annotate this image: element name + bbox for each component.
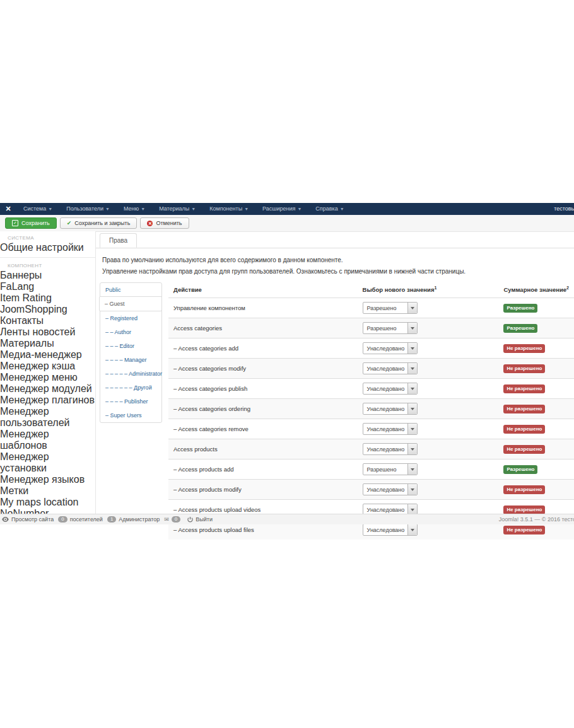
sidebar-item[interactable]: Менеджер установки <box>0 451 95 474</box>
chevron-down-icon <box>407 383 417 394</box>
group-tab[interactable]: – – – Editor <box>100 339 161 353</box>
tab-bar: Права <box>96 231 574 248</box>
nav-menu-item[interactable]: Меню▼ <box>117 203 152 215</box>
tab-rights[interactable]: Права <box>100 233 137 248</box>
status-badge: Разрешено <box>503 324 537 333</box>
table-row: – Access products add Разрешено Разрешен… <box>168 459 574 480</box>
sidebar-item[interactable]: My maps location <box>0 497 95 508</box>
action-label: Access products <box>168 439 358 459</box>
sidebar-item <box>0 257 95 258</box>
status-badge: Не разрешено <box>503 344 545 353</box>
caret-down-icon: ▼ <box>141 203 145 215</box>
permission-select[interactable]: Унаследовано <box>363 423 418 435</box>
permission-select[interactable]: Разрешено <box>363 463 418 475</box>
preview-site[interactable]: Просмотр сайта <box>2 516 54 523</box>
sidebar-item[interactable]: Менеджер модулей <box>0 383 95 395</box>
sidebar-item[interactable]: JoomShopping <box>0 304 95 315</box>
chevron-down-icon <box>407 323 417 333</box>
sidebar-item[interactable]: Менеджер шаблонов <box>0 429 95 451</box>
status-badge: Не разрешено <box>503 384 545 393</box>
chevron-down-icon <box>407 403 417 414</box>
sidebar-item[interactable]: Item Rating <box>0 292 95 304</box>
permission-select[interactable]: Унаследовано <box>363 383 418 395</box>
permission-select[interactable]: Унаследовано <box>363 524 418 536</box>
sidebar-item[interactable]: Менеджер языков <box>0 474 95 485</box>
action-label: – Access products modify <box>168 480 358 500</box>
status-badge: Не разрешено <box>503 364 545 373</box>
action-label: – Access categories publish <box>168 379 358 399</box>
sidebar-item: СИСТЕМА <box>0 231 95 242</box>
sidebar-item[interactable]: Материалы <box>0 338 95 349</box>
save-close-button[interactable]: ✔ Сохранить и закрыть <box>60 217 138 229</box>
save-button[interactable]: ✓ Сохранить <box>5 217 57 229</box>
status-badge: Разрешено <box>503 465 537 474</box>
save-icon: ✓ <box>12 220 18 226</box>
permission-select[interactable]: Унаследовано <box>363 342 418 354</box>
status-bar: Просмотр сайта 0 посетителей 1 Администр… <box>0 514 574 524</box>
eye-icon <box>2 517 9 522</box>
sidebar-item[interactable]: Контакты <box>0 315 95 326</box>
logout-button[interactable]: Выйти <box>187 516 213 523</box>
permission-select[interactable]: Разрешено <box>363 302 418 314</box>
permission-select[interactable]: Разрешено <box>363 322 418 334</box>
sidebar-item[interactable]: Баннеры <box>0 270 95 281</box>
messages-status[interactable]: ✉ 0 <box>164 516 183 523</box>
cancel-button[interactable]: ✕ Отменить <box>140 217 189 229</box>
nav-menu-item[interactable]: Расширения▼ <box>255 203 308 215</box>
table-row: Access products Унаследовано Не разрешен… <box>168 439 574 459</box>
group-tab[interactable]: – – – – – Administrator <box>100 367 161 381</box>
caret-down-icon: ▼ <box>105 203 110 215</box>
site-name[interactable]: тестовы <box>554 203 574 215</box>
sidebar-item[interactable]: Менеджер меню <box>0 372 95 383</box>
permissions-table: Действие Выбор нового значения1 Суммарно… <box>168 282 574 540</box>
nav-menu-item[interactable]: Материалы▼ <box>152 203 202 215</box>
nav-menu-item[interactable]: Справка▼ <box>308 203 351 215</box>
permission-select[interactable]: Унаследовано <box>363 362 418 374</box>
sidebar: СИСТЕМА Общие настройки КОМПОНЕНТ Баннер… <box>0 231 96 514</box>
joomla-logo-icon[interactable]: ✕ <box>0 203 16 215</box>
group-tab[interactable]: – Guest <box>99 296 162 311</box>
permission-select[interactable]: Унаследовано <box>363 403 418 415</box>
sidebar-item[interactable]: Менеджер кэша <box>0 361 95 372</box>
action-label: – Access categories modify <box>168 359 358 379</box>
admins-status: 1 Администратор <box>107 516 160 523</box>
chevron-down-icon <box>407 484 417 495</box>
group-tab[interactable]: – – – – Manager <box>100 353 161 367</box>
nav-menu-item[interactable]: Система▼ <box>16 203 59 215</box>
sidebar-item[interactable]: Метки <box>0 485 95 497</box>
sidebar-item[interactable]: NoNumber ReReplacer <box>0 508 95 514</box>
status-badge: Разрешено <box>503 304 537 313</box>
group-tab[interactable]: Public <box>100 283 161 297</box>
action-label: – Access categories add <box>168 338 358 359</box>
caret-down-icon: ▼ <box>340 203 344 215</box>
status-badge: Не разрешено <box>503 425 545 434</box>
permission-select[interactable]: Унаследовано <box>363 483 418 495</box>
envelope-icon: ✉ <box>164 516 169 523</box>
nav-menu-item[interactable]: Пользователи▼ <box>59 203 117 215</box>
table-body: Управление компонентом Разрешено Разреше… <box>168 298 574 540</box>
chevron-down-icon <box>407 464 417 475</box>
sidebar-item[interactable]: Ленты новостей <box>0 326 95 338</box>
chevron-down-icon <box>407 303 417 313</box>
action-label: Управление компонентом <box>168 298 358 318</box>
sidebar-item[interactable]: Медиа-менеджер <box>0 349 95 361</box>
nav-menu-item[interactable]: Компоненты▼ <box>202 203 255 215</box>
group-tab[interactable]: – – – – – – Другой <box>100 381 161 395</box>
sidebar-item[interactable]: Общие настройки <box>0 242 95 253</box>
caret-down-icon: ▼ <box>191 203 196 215</box>
column-header: Суммарное значение2 <box>498 282 574 298</box>
action-label: – Access categories remove <box>168 419 358 439</box>
sidebar-item[interactable]: FaLang <box>0 281 95 292</box>
table-row: Access categories Разрешено Разрешено <box>168 318 574 338</box>
table-row: – Access categories publish Унаследовано… <box>168 379 574 399</box>
group-tab[interactable]: – Registered <box>100 311 161 325</box>
group-tab[interactable]: – – Author <box>100 325 161 339</box>
main-content: Права Права по умолчанию используются дл… <box>96 231 574 540</box>
check-icon: ✔ <box>67 220 72 226</box>
permission-select[interactable]: Унаследовано <box>363 443 418 455</box>
sidebar-item[interactable]: Менеджер пользователей <box>0 406 95 429</box>
group-tab[interactable]: – Super Users <box>100 408 161 422</box>
group-tab[interactable]: – – – – Publisher <box>100 395 161 408</box>
toolbar: ✓ Сохранить ✔ Сохранить и закрыть ✕ Отме… <box>0 215 574 232</box>
sidebar-item[interactable]: Менеджер плагинов <box>0 395 95 406</box>
